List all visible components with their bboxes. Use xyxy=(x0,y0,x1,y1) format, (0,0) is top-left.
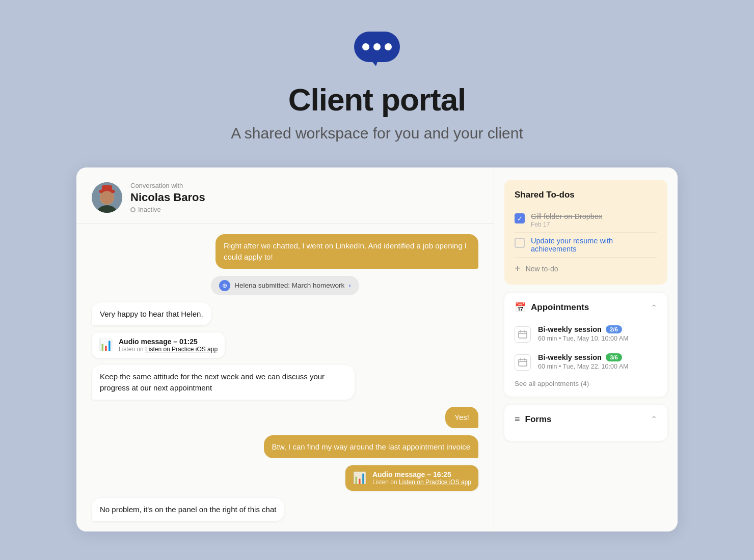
status-indicator xyxy=(130,207,136,212)
conversation-header: Conversation with Nicolas Baros Inactive xyxy=(76,167,494,224)
svg-point-3 xyxy=(385,43,392,50)
appt-info: Bi-weekly session 2/6 60 min • Tue, May … xyxy=(538,325,628,342)
todo-date: Feb 17 xyxy=(531,221,602,228)
page-title: Client portal xyxy=(288,81,466,118)
appt-title-row: Bi-weekly session 3/6 xyxy=(538,353,628,361)
svg-rect-11 xyxy=(519,331,527,338)
forms-icon: ≡ xyxy=(515,414,520,425)
waveform-icon: 📊 xyxy=(99,339,113,352)
avatar xyxy=(92,182,122,213)
calendar-icon: 📅 xyxy=(515,302,526,313)
appointments-card: 📅 Appointments ⌃ Bi-weekly xyxy=(504,293,667,397)
ios-app-link[interactable]: Listen on Practice iOS app xyxy=(145,346,218,353)
appt-title: Bi-weekly session xyxy=(538,325,602,333)
appointments-title: Appointments xyxy=(531,302,589,313)
appt-title-row: Bi-weekly session 2/6 xyxy=(538,325,628,333)
svg-point-10 xyxy=(100,191,114,204)
audio-info: Audio message – 01:25 Listen on Listen o… xyxy=(119,338,218,353)
appt-badge: 3/6 xyxy=(606,353,622,361)
svg-point-2 xyxy=(373,43,381,50)
forms-card: ≡ Forms ⌃ xyxy=(504,405,667,441)
message-bubble: Btw, I can find my way around the last a… xyxy=(264,435,478,459)
message-bubble: Right after we chatted, I went on Linked… xyxy=(216,234,478,269)
appt-title: Bi-weekly session xyxy=(538,353,602,361)
forms-title: Forms xyxy=(525,414,552,425)
chevron-up-icon[interactable]: ⌃ xyxy=(651,303,657,313)
conversation-panel: Conversation with Nicolas Baros Inactive… xyxy=(76,167,494,531)
todo-label: Gill folder on Dropbox xyxy=(531,212,602,220)
appointment-item[interactable]: Bi-weekly session 2/6 60 min • Tue, May … xyxy=(515,320,657,348)
appt-calendar-icon xyxy=(515,326,531,343)
svg-marker-4 xyxy=(371,60,378,66)
portal-card: Conversation with Nicolas Baros Inactive… xyxy=(76,167,678,531)
audio-message[interactable]: 📊 Audio message – 01:25 Listen on Listen… xyxy=(92,332,225,358)
appointments-header-left: 📅 Appointments xyxy=(515,302,589,313)
todos-card: Shared To-dos ✓ Gill folder on Dropbox F… xyxy=(504,180,667,285)
appt-meta: 60 min • Tue, May 22, 10:00 AM xyxy=(538,363,628,370)
message-bubble: Very happy to hear that Helen. xyxy=(92,302,211,326)
forms-header-left: ≡ Forms xyxy=(515,414,551,425)
see-all-link[interactable]: See all appointments (4) xyxy=(515,380,657,387)
appt-badge: 2/6 xyxy=(606,325,622,333)
right-sidebar: Shared To-dos ✓ Gill folder on Dropbox F… xyxy=(494,167,678,531)
audio-link: Listen on Listen on Practice iOS app xyxy=(372,479,471,486)
message-bubble: No problem, it's on the panel on the rig… xyxy=(92,498,284,521)
system-icon: ⊕ xyxy=(219,280,230,291)
system-message[interactable]: ⊕ Helena submitted: March homework › xyxy=(211,276,359,295)
audio-title: Audio message – 16:25 xyxy=(372,470,471,479)
audio-info: Audio message – 16:25 Listen on Listen o… xyxy=(372,470,471,486)
hero-section: Client portal A shared workspace for you… xyxy=(231,0,523,162)
appt-info: Bi-weekly session 3/6 60 min • Tue, May … xyxy=(538,353,628,370)
waveform-icon: 📊 xyxy=(353,471,366,485)
messages-list: Right after we chatted, I went on Linked… xyxy=(76,224,494,531)
todo-item[interactable]: Update your resume with achievements xyxy=(515,233,657,258)
message-bubble: Yes! xyxy=(445,407,478,428)
chevron-up-icon[interactable]: ⌃ xyxy=(651,414,657,424)
forms-header: ≡ Forms ⌃ xyxy=(515,414,657,425)
todo-text: Update your resume with achievements xyxy=(531,237,657,253)
chat-bubble-icon xyxy=(352,31,402,71)
audio-title: Audio message – 01:25 xyxy=(119,338,218,346)
page-subtitle: A shared workspace for you and your clie… xyxy=(231,125,523,142)
add-todo-label: New to-do xyxy=(526,265,558,273)
todo-checkbox[interactable] xyxy=(515,238,525,248)
ios-app-link[interactable]: Listen on Practice iOS app xyxy=(399,479,471,486)
add-todo-row[interactable]: + New to-do xyxy=(515,258,657,274)
conv-status: Inactive xyxy=(130,206,205,213)
todos-title: Shared To-dos xyxy=(515,190,657,200)
todo-item[interactable]: ✓ Gill folder on Dropbox Feb 17 xyxy=(515,208,657,233)
plus-icon: + xyxy=(515,263,521,274)
conversation-info: Conversation with Nicolas Baros Inactive xyxy=(130,182,205,213)
message-bubble: Keep the same attitude for the next week… xyxy=(92,365,355,400)
conv-name: Nicolas Baros xyxy=(130,191,205,204)
audio-link: Listen on Listen on Practice iOS app xyxy=(119,346,218,353)
todo-label: Update your resume with achievements xyxy=(531,237,657,253)
appointment-item[interactable]: Bi-weekly session 3/6 60 min • Tue, May … xyxy=(515,348,657,376)
svg-rect-15 xyxy=(519,359,527,366)
conv-label: Conversation with xyxy=(130,182,205,189)
appointments-header: 📅 Appointments ⌃ xyxy=(515,302,657,313)
system-arrow: › xyxy=(348,282,351,289)
system-text: Helena submitted: March homework xyxy=(234,282,344,289)
status-text: Inactive xyxy=(138,206,161,213)
audio-message[interactable]: 📊 Audio message – 16:25 Listen on Listen… xyxy=(345,465,478,491)
appt-meta: 60 min • Tue, May 10, 10:00 AM xyxy=(538,335,628,342)
todo-checkbox[interactable]: ✓ xyxy=(515,213,525,223)
todo-text: Gill folder on Dropbox Feb 17 xyxy=(531,212,602,228)
svg-point-1 xyxy=(362,43,369,50)
appt-calendar-icon xyxy=(515,354,531,371)
